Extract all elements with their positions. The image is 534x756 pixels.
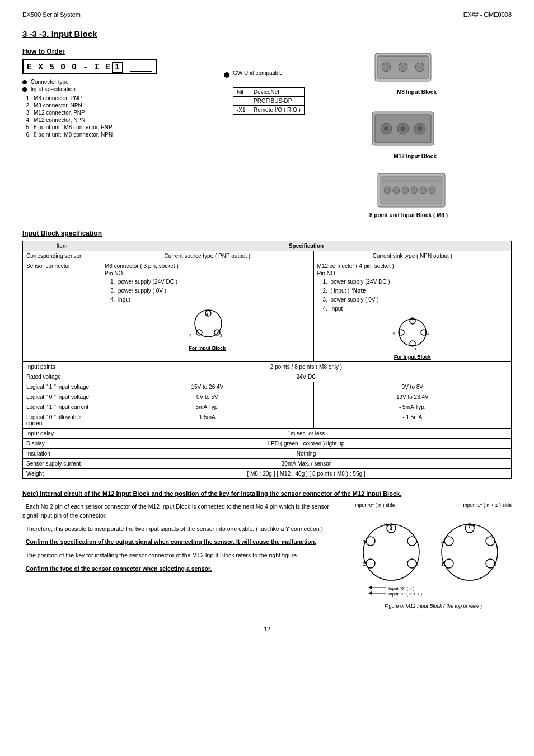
figure-caption: Figure of M12 Input Block ( the top of v… [355,603,512,609]
cell-left: 5mA Typ. [101,402,314,412]
note-title: Note) Internal circuit of the M12 Input … [22,490,512,497]
list-item: 4 M12 connector, NPN [22,116,115,124]
cell-item: Logical " 1 " input voltage [23,382,101,392]
note-para-3: Confirm the specification of the output … [22,538,344,547]
input-spec-label: Input specification [22,86,157,92]
spec-table: Item Specification Corresponding sensor … [22,241,512,479]
cell-right: - 5mA Typ. [313,402,511,412]
header-right: EX## - OME0008 [463,11,512,18]
gw-unit-section: GW Unit compatible Nil DeviceNet PROFIBU… [224,48,347,218]
svg-point-48 [366,559,375,568]
svg-text:4: 4 [441,539,444,544]
table-header-row: Item Specification [23,241,512,251]
svg-point-4 [415,63,424,72]
cell-item: Insulation [23,449,101,459]
svg-point-2 [382,63,391,72]
svg-point-11 [384,126,388,131]
connector-options-table: 1 M8 connector, PNP 2 M8 connector, NPN … [22,95,115,138]
cell-right: 0V to 8V [313,382,511,392]
cell-full: 2 points / 8 points ( M8 only ) [101,362,512,372]
svg-point-17 [393,187,400,194]
gw-unit-label: GW Unit compatible [233,70,305,76]
table-row: Input points 2 points / 8 points ( M8 on… [23,362,512,372]
svg-point-59 [444,537,453,546]
svg-text:1: 1 [206,312,209,317]
m8-connector-diagram: 1 4 3 [185,308,229,344]
note-para-5: Confirm the type of the sensor connector… [22,565,344,574]
cell-full: 30mA Max. / sensor [101,459,512,469]
svg-point-26 [196,330,202,335]
table-row: Corresponding sensor Current source type… [23,251,512,261]
note-para-2: Therefore, it is possible to incorporate… [22,525,344,534]
input0-label: Input "0" ( n ) side [355,503,395,508]
table-row: Rated voltage 24V DC [23,372,512,382]
m12-connector-diagram: 1 2 3 4 [390,317,435,353]
order-left: How to Order E X 5 0 0 - I E1 Connector … [22,48,202,218]
svg-point-16 [384,187,391,194]
table-row: Sensor connector M8 connector ( 3 pin, s… [23,261,512,362]
note-section: Note) Internal circuit of the M12 Input … [22,490,512,609]
col-item: Item [23,241,101,251]
cell-item: Sensor supply current [23,459,101,469]
m12-top-view-diagram: 4 1 3 3 2 Key 2 [355,510,506,600]
svg-point-61 [444,559,453,568]
m8-product: M8 Input Block [369,48,437,95]
table-row: Logical " 1 " input voltage 15V to 26.4V… [23,382,512,392]
svg-text:1: 1 [411,317,414,321]
table-row: Logical " 1 " input current 5mA Typ. - 5… [23,402,512,412]
svg-text:4: 4 [189,333,192,338]
note-text-body: Each No.2 pin of each sensor connector o… [22,503,344,609]
8point-input-block-image [375,171,448,210]
how-to-order-section: How to Order E X 5 0 0 - I E1 Connector … [22,48,512,218]
table-row: Logical " 0 " input voltage 0V to 5V 19V… [23,392,512,402]
svg-point-12 [401,126,405,131]
svg-text:2: 2 [427,331,430,336]
m12-label: M12 Input Block [394,153,437,159]
header-left: EX500 Serial System [22,11,81,18]
order-code: E X 5 0 0 - I E1 [22,59,157,74]
product-images-section: M8 Input Block M12 Input Block [369,48,512,218]
list-item: 6 8 point unit, M8 connector, NPN [22,131,115,138]
svg-text:3: 3 [414,346,416,351]
cell-full: Nothing [101,449,512,459]
svg-point-13 [418,126,422,131]
m8-label: M8 Input Block [397,89,437,95]
cell-full: 24V DC [101,372,512,382]
list-item: Nil DeviceNet [233,88,305,97]
cell-item: Rated voltage [23,372,101,382]
gw-options-table: Nil DeviceNet PROFIBUS-DP -X1 Remote I/O… [233,87,305,115]
table-row: Input delay 1m sec. or less [23,429,512,439]
connector-type-label: Connector type [22,79,157,85]
input0-arrow-label: Input "0" ( n ) [388,586,415,591]
cell-right: Current sink type ( NPN output ) [313,251,511,261]
list-item: 5 8 point unit, M8 connector, PNP [22,124,115,131]
cell-left: 0V to 5V [101,392,314,402]
svg-text:4: 4 [392,331,395,336]
svg-text:1: 1 [415,539,418,544]
svg-point-19 [411,187,418,194]
table-row: Display LED ( green - colored ) light up [23,439,512,449]
for-input-label-left: For Input Block [105,345,310,351]
input1-label: Input "1" ( n + 1 ) side [463,503,512,508]
cell-full: [ M8 : 20g ] [ M12 : 40g ] [ 8 points ( … [101,469,512,479]
cell-item: Logical " 1 " input current [23,402,101,412]
spec-table-title: Input Block specification [22,229,102,237]
how-to-order-label: How to Order [22,48,202,55]
for-input-label-right: For Input Block [317,354,508,360]
list-item: 1 M8 connector, PNP [22,95,115,102]
cell-item: Corresponding sensor [23,251,101,261]
svg-rect-5 [381,59,425,63]
svg-text:Key: Key [384,522,392,527]
list-item: -X1 Remote I/O ( RIO ) [233,106,305,115]
8point-product: 8 point unit Input Block ( M8 ) [369,171,448,218]
svg-point-3 [399,63,407,72]
svg-text:1: 1 [441,561,444,567]
svg-point-20 [420,187,427,194]
cell-item: Display [23,439,101,449]
note-para-1: Each No.2 pin of each sensor connector o… [22,503,344,520]
cell-left: 15V to 26.4V [101,382,314,392]
svg-text:3: 3 [415,561,418,567]
cell-item: Logical " 0 " allowable current [23,412,101,429]
cell-full: 1m sec. or less [101,429,512,439]
cell-left: 1.5mA [101,412,314,429]
